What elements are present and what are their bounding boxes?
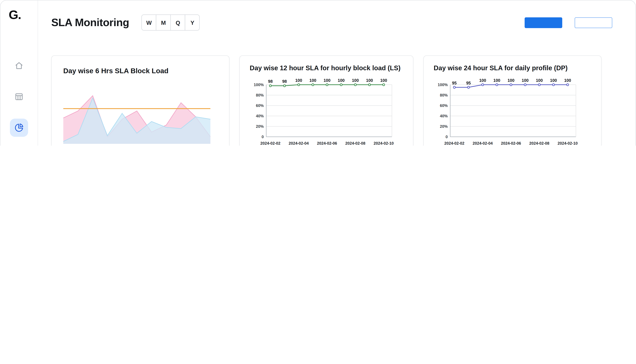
svg-text:60%: 60% [256,103,264,108]
svg-text:2024-02-08: 2024-02-08 [529,141,549,146]
range-option-quarter[interactable]: Q [171,14,185,31]
app-window: G. [0,0,636,146]
primary-action-button[interactable] [525,17,562,28]
table-grid-icon [14,92,24,102]
svg-text:100: 100 [309,78,316,83]
svg-text:40%: 40% [256,114,264,118]
svg-text:100: 100 [507,78,514,83]
main-content: SLA Monitoring W M Q Y Day wise 6 Hrs SL… [38,0,635,146]
svg-text:2024-02-02: 2024-02-02 [260,141,280,146]
range-selector: W M Q Y [142,14,200,31]
svg-text:100: 100 [324,78,331,83]
range-option-month[interactable]: M [156,14,171,31]
topbar-actions [525,17,612,28]
home-icon [14,61,24,71]
svg-text:100: 100 [564,78,571,83]
card-title: Day wise 24 hour SLA for daily profile (… [434,64,591,72]
svg-text:80%: 80% [256,93,264,97]
app-logo: G. [1,8,21,22]
svg-text:60%: 60% [440,103,448,108]
svg-text:100%: 100% [438,82,448,87]
chart-6hr-sla-block-load [62,81,219,146]
chart-cards: Day wise 6 Hrs SLA Block Load Day wise 1… [51,56,622,146]
card-title: Day wise 6 Hrs SLA Block Load [62,64,219,76]
range-option-year[interactable]: Y [185,14,200,31]
card-title: Day wise 12 hour SLA for hourly block lo… [250,64,403,72]
chart-12hr-sla-ls: 100%80%60%40%20%098981001001001001001001… [250,76,403,146]
range-option-week[interactable]: W [142,14,157,31]
svg-text:2024-02-06: 2024-02-06 [501,141,521,146]
svg-text:2024-02-06: 2024-02-06 [317,141,337,146]
topbar: SLA Monitoring W M Q Y [51,14,622,31]
svg-text:20%: 20% [256,124,264,128]
sidebar-item-home[interactable] [10,57,28,75]
svg-text:2024-02-08: 2024-02-08 [345,141,365,146]
card-12hr-sla: Day wise 12 hour SLA for hourly block lo… [239,56,414,146]
svg-text:100: 100 [352,78,359,83]
svg-text:98: 98 [268,79,273,84]
svg-text:100: 100 [522,78,529,83]
svg-text:2024-02-10: 2024-02-10 [558,141,578,146]
svg-text:100: 100 [550,78,557,83]
sidebar-item-table[interactable] [10,88,28,106]
card-24hr-sla: Day wise 24 hour SLA for daily profile (… [423,56,601,146]
svg-text:2024-02-04: 2024-02-04 [289,141,309,146]
svg-text:0: 0 [262,134,264,139]
card-6hr-sla: Day wise 6 Hrs SLA Block Load [51,56,230,146]
svg-text:2024-02-10: 2024-02-10 [374,141,394,146]
svg-text:98: 98 [282,79,287,84]
svg-text:100: 100 [536,78,543,83]
svg-text:100: 100 [479,78,486,83]
svg-text:95: 95 [466,81,471,85]
page-title: SLA Monitoring [51,16,129,29]
svg-text:100: 100 [493,78,500,83]
svg-text:2024-02-02: 2024-02-02 [444,141,464,146]
svg-text:100%: 100% [254,82,264,87]
secondary-action-button[interactable] [575,17,612,28]
svg-text:40%: 40% [440,114,448,118]
svg-text:0: 0 [445,134,448,139]
svg-text:20%: 20% [440,124,448,128]
svg-text:100: 100 [380,78,387,83]
svg-text:100: 100 [338,78,345,83]
svg-text:80%: 80% [440,93,448,97]
pie-chart-icon [14,123,24,133]
svg-text:2024-02-04: 2024-02-04 [473,141,493,146]
chart-24hr-sla-dp: 100%80%60%40%20%095951001001001001001001… [434,76,591,146]
sidebar: G. [1,0,38,146]
sidebar-nav [10,57,28,146]
svg-text:95: 95 [452,81,457,85]
sidebar-item-analytics[interactable] [10,119,28,137]
svg-text:100: 100 [295,78,302,83]
svg-text:100: 100 [366,78,373,83]
